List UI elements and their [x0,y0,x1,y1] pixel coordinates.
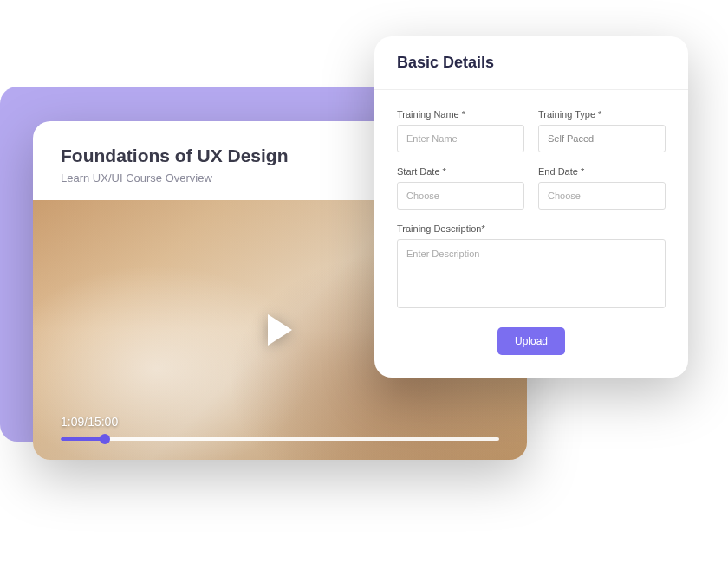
end-date-input[interactable] [538,182,666,210]
description-label: Training Description* [397,223,666,234]
description-group: Training Description* [397,223,666,312]
start-date-label: Start Date * [397,166,524,177]
progress-thumb[interactable] [100,434,110,444]
start-date-input[interactable] [397,182,524,210]
upload-button[interactable]: Upload [497,327,565,355]
video-controls: 1:09/15:00 [61,415,499,441]
start-date-group: Start Date * [397,166,524,210]
training-name-input[interactable] [397,125,524,152]
training-type-label: Training Type * [538,109,666,120]
description-input[interactable] [397,239,666,308]
form-body: Training Name * Training Type * Start Da… [374,90,688,378]
training-name-label: Training Name * [397,109,524,120]
form-title: Basic Details [397,54,666,72]
end-date-group: End Date * [538,166,666,210]
play-icon[interactable] [268,314,292,346]
progress-bar[interactable] [61,437,499,441]
training-type-input[interactable] [538,125,666,152]
end-date-label: End Date * [538,166,666,177]
progress-fill [61,437,105,441]
video-timestamp: 1:09/15:00 [61,415,499,429]
training-name-group: Training Name * [397,109,524,152]
form-card: Basic Details Training Name * Training T… [374,36,688,378]
training-type-group: Training Type * [538,109,666,152]
form-header: Basic Details [374,36,688,90]
